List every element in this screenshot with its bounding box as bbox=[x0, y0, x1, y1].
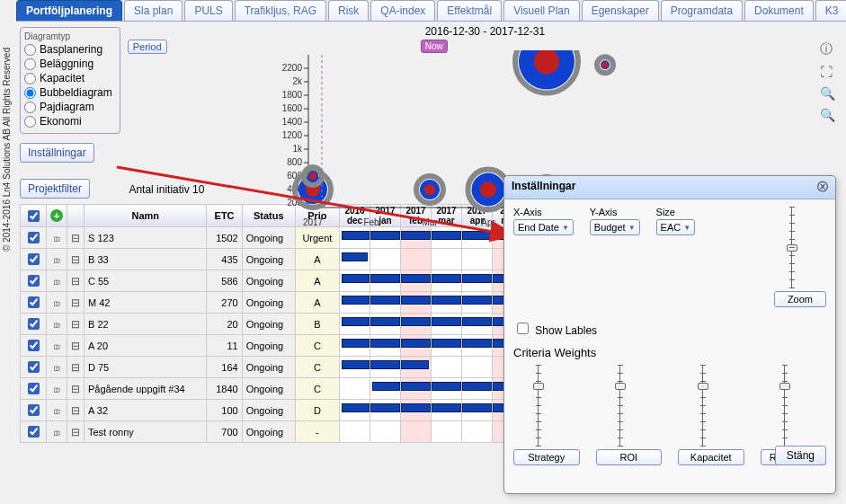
cell-etc: 164 bbox=[207, 357, 242, 378]
cell-prio: C bbox=[295, 335, 339, 357]
y-axis-select[interactable]: Budget bbox=[590, 219, 640, 235]
hierarchy-icon[interactable]: ⎄ bbox=[54, 404, 60, 417]
table-row[interactable]: ⎄⊟A 2011OngoingC bbox=[21, 335, 523, 357]
table-row[interactable]: ⎄⊟M 42270OngoingA bbox=[21, 292, 523, 314]
tab-effektm-l[interactable]: Effektmål bbox=[437, 0, 502, 21]
row-checkbox[interactable] bbox=[28, 318, 40, 330]
cell-prio: C bbox=[295, 378, 339, 400]
zoom-slider[interactable] bbox=[791, 207, 809, 287]
hierarchy-icon[interactable]: ⎄ bbox=[54, 232, 60, 244]
close-button[interactable]: Stäng bbox=[775, 446, 826, 465]
cell-status: Ongoing bbox=[242, 357, 295, 378]
y-axis-label: Y-Axis bbox=[590, 207, 640, 217]
project-filter-button[interactable]: Projektfilter bbox=[20, 179, 90, 199]
main-tabs: PortföljplaneringSla planPULSTrafikljus,… bbox=[16, 0, 846, 22]
tab-sla-plan[interactable]: Sla plan bbox=[124, 0, 183, 21]
tab-portf-ljplanering[interactable]: Portföljplanering bbox=[16, 0, 122, 21]
radio-ekonomi[interactable] bbox=[24, 116, 36, 128]
tab-risk[interactable]: Risk bbox=[328, 0, 369, 21]
fullscreen-icon[interactable]: ⛶ bbox=[820, 65, 835, 79]
expand-icon[interactable]: ⊟ bbox=[71, 404, 80, 417]
row-checkbox[interactable] bbox=[28, 232, 40, 243]
cell-prio: A bbox=[295, 270, 339, 292]
radio-basplanering[interactable] bbox=[24, 44, 36, 56]
hierarchy-icon[interactable]: ⎄ bbox=[54, 318, 60, 331]
row-checkbox[interactable] bbox=[28, 340, 40, 351]
slider-regulatory[interactable] bbox=[784, 365, 802, 446]
table-row[interactable]: ⎄⊟B 2220OngoingB bbox=[21, 314, 523, 335]
cell-prio: A bbox=[295, 292, 339, 314]
radio-bubbeldiagram[interactable] bbox=[24, 87, 36, 99]
tab-programdata[interactable]: Programdata bbox=[661, 0, 743, 21]
table-row[interactable]: ⎄⊟A 32100OngoingD bbox=[21, 400, 523, 421]
row-checkbox[interactable] bbox=[28, 296, 40, 308]
hierarchy-icon[interactable]: ⎄ bbox=[54, 296, 60, 309]
row-checkbox[interactable] bbox=[28, 426, 40, 438]
hierarchy-icon[interactable]: ⎄ bbox=[54, 275, 60, 287]
row-checkbox[interactable] bbox=[28, 275, 40, 287]
svg-text:1600: 1600 bbox=[281, 103, 302, 113]
gantt-cell bbox=[340, 227, 370, 249]
gantt-cell bbox=[370, 270, 401, 292]
radio-kapacitet[interactable] bbox=[24, 73, 36, 84]
radio-beläggning[interactable] bbox=[24, 58, 36, 70]
expand-icon[interactable]: ⊟ bbox=[71, 275, 80, 287]
expand-icon[interactable]: ⊟ bbox=[71, 232, 80, 244]
zoom-out-icon[interactable]: 🔍 bbox=[820, 108, 835, 122]
cell-etc: 700 bbox=[207, 421, 242, 443]
table-row[interactable]: ⎄⊟Test ronny700Ongoing- bbox=[21, 421, 523, 443]
tab-trafikljus-rag[interactable]: Trafikljus, RAG bbox=[235, 0, 326, 21]
close-icon[interactable]: ⓧ bbox=[817, 180, 828, 195]
cell-name: M 42 bbox=[85, 292, 207, 314]
table-row[interactable]: ⎄⊟Pågående uppgift #341840OngoingC bbox=[21, 378, 523, 400]
hierarchy-icon[interactable]: ⎄ bbox=[54, 253, 60, 266]
table-row[interactable]: ⎄⊟D 75164OngoingC bbox=[21, 357, 523, 378]
row-checkbox[interactable] bbox=[28, 383, 40, 394]
diagram-type-title: Diagramtyp bbox=[24, 31, 112, 41]
settings-button[interactable]: Inställningar bbox=[20, 143, 94, 163]
cell-name: B 33 bbox=[85, 249, 207, 270]
expand-icon[interactable]: ⊟ bbox=[71, 296, 80, 309]
add-icon[interactable]: + bbox=[50, 209, 63, 222]
cell-etc: 435 bbox=[207, 249, 242, 270]
slider-strategy[interactable] bbox=[538, 365, 556, 446]
hierarchy-icon[interactable]: ⎄ bbox=[54, 361, 60, 374]
hierarchy-icon[interactable]: ⎄ bbox=[54, 383, 60, 395]
gantt-cell bbox=[432, 314, 462, 335]
expand-icon[interactable]: ⊟ bbox=[71, 318, 80, 331]
gantt-cell bbox=[462, 335, 493, 357]
svg-text:Mar: Mar bbox=[422, 217, 438, 227]
row-checkbox[interactable] bbox=[28, 361, 40, 373]
tab-qa-index[interactable]: QA-index bbox=[370, 0, 435, 21]
row-checkbox[interactable] bbox=[28, 253, 40, 265]
svg-text:1k: 1k bbox=[292, 144, 303, 154]
size-select[interactable]: EAC bbox=[656, 219, 696, 235]
tab-dokument[interactable]: Dokument bbox=[744, 0, 814, 21]
expand-icon[interactable]: ⊟ bbox=[71, 383, 80, 395]
cell-name: Pågående uppgift #34 bbox=[85, 378, 207, 400]
table-row[interactable]: ⎄⊟C 55586OngoingA bbox=[21, 270, 523, 292]
select-all-checkbox[interactable] bbox=[28, 210, 40, 222]
tab-puls[interactable]: PULS bbox=[184, 0, 232, 21]
tab-visuell-plan[interactable]: Visuell Plan bbox=[503, 0, 579, 21]
slider-kapacitet[interactable] bbox=[702, 365, 720, 446]
tab-k3[interactable]: K3 bbox=[815, 0, 846, 21]
radio-pajdiagram[interactable] bbox=[24, 102, 36, 113]
x-axis-select[interactable]: End Date bbox=[513, 219, 574, 235]
expand-icon[interactable]: ⊟ bbox=[71, 426, 80, 438]
expand-icon[interactable]: ⊟ bbox=[71, 340, 80, 352]
gantt-cell bbox=[462, 357, 493, 378]
row-checkbox[interactable] bbox=[28, 404, 40, 416]
table-row[interactable]: ⎄⊟B 33435OngoingA bbox=[21, 249, 523, 270]
show-labels-checkbox[interactable] bbox=[517, 323, 529, 334]
zoom-in-icon[interactable]: 🔍 bbox=[820, 86, 835, 101]
help-icon[interactable]: ⓘ bbox=[820, 41, 835, 57]
hierarchy-icon[interactable]: ⎄ bbox=[54, 340, 60, 352]
gantt-cell bbox=[340, 335, 370, 357]
tab-egenskaper[interactable]: Egenskaper bbox=[582, 0, 659, 21]
expand-icon[interactable]: ⊟ bbox=[71, 361, 80, 374]
expand-icon[interactable]: ⊟ bbox=[71, 253, 80, 266]
slider-roi[interactable] bbox=[619, 365, 637, 446]
hierarchy-icon[interactable]: ⎄ bbox=[54, 426, 60, 438]
radio-label-beläggning: Beläggning bbox=[40, 57, 94, 70]
